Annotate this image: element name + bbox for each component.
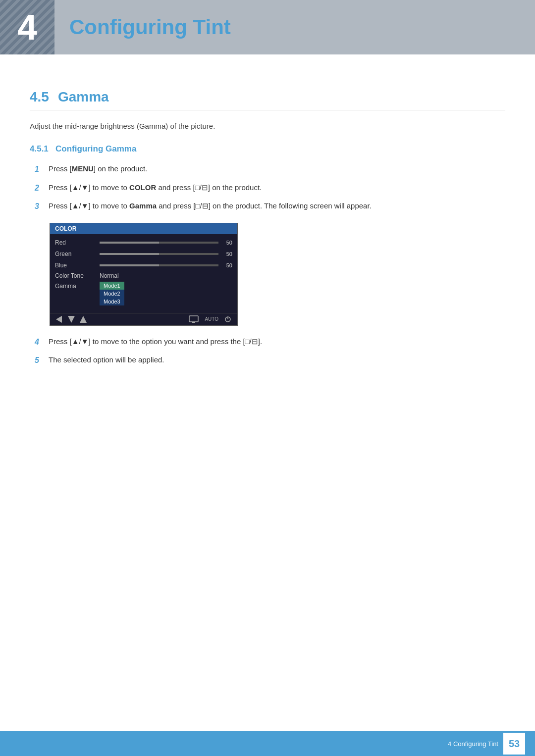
steps-list-2: 4 Press [▲/▼] to move to the option you … <box>35 336 505 367</box>
screen-toolbar: AUTO <box>50 313 237 325</box>
section-heading: 4.5 Gamma <box>30 89 505 110</box>
svg-rect-4 <box>192 322 195 323</box>
screen-row-blue: Blue 50 <box>55 261 232 270</box>
step-number-3: 3 <box>35 200 49 213</box>
screen-mockup-container: COLOR Red 50 Green <box>50 223 505 326</box>
toolbar-left <box>56 316 87 323</box>
toolbar-auto-label: AUTO <box>205 316 218 322</box>
screen-bar-fill-blue <box>100 264 159 266</box>
monitor-icon <box>189 315 199 323</box>
gamma-dropdown: Mode1 Mode2 Mode3 <box>100 282 124 305</box>
screen-header: COLOR <box>50 223 237 234</box>
screen-body: Red 50 Green 50 <box>50 234 237 310</box>
toolbar-up-arrow-icon <box>80 316 87 323</box>
step-2: 2 Press [▲/▼] to move to COLOR and press… <box>35 182 505 195</box>
screen-bar-green <box>100 253 222 255</box>
screen-header-label: COLOR <box>55 225 76 232</box>
step-text-1: Press [MENU] on the product. <box>49 163 505 175</box>
gamma-option-mode1: Mode1 <box>100 282 124 290</box>
main-content: 4.5 Gamma Adjust the mid-range brightnes… <box>0 54 535 422</box>
chapter-number: 4 <box>17 7 37 48</box>
screen-label-blue: Blue <box>55 262 100 269</box>
step-number-2: 2 <box>35 182 49 195</box>
section-description: Adjust the mid-range brightness (Gamma) … <box>30 120 505 132</box>
screen-row-green: Green 50 <box>55 250 232 258</box>
step-4: 4 Press [▲/▼] to move to the option you … <box>35 336 505 349</box>
step-number-4: 4 <box>35 336 49 349</box>
subsection-heading: 4.5.1 Configuring Gamma <box>30 144 505 154</box>
screen-bar-blue <box>100 264 222 266</box>
step-number-1: 1 <box>35 163 49 176</box>
gamma-option-mode2: Mode2 <box>100 290 124 298</box>
screen-label-red: Red <box>55 239 100 246</box>
step-text-3: Press [▲/▼] to move to Gamma and press [… <box>49 200 505 212</box>
screen-bar-fill-green <box>100 253 159 255</box>
toolbar-right: AUTO <box>189 315 231 323</box>
power-icon <box>224 316 231 323</box>
svg-rect-3 <box>189 316 198 322</box>
screen-bar-red <box>100 242 222 244</box>
chapter-number-box: 4 <box>0 0 54 54</box>
screen-label-colortone: Color Tone <box>55 272 100 279</box>
svg-marker-2 <box>80 316 87 323</box>
step-text-5: The selected option will be applied. <box>49 354 505 366</box>
header-banner: 4 Configuring Tint <box>0 0 535 54</box>
screen-value-red: 50 <box>222 240 232 246</box>
screen-bar-track-green <box>100 253 218 255</box>
svg-marker-1 <box>68 316 75 323</box>
step-text-4: Press [▲/▼] to move to the option you wa… <box>49 336 505 348</box>
screen-value-colortone: Normal <box>100 272 119 279</box>
footer-chapter-label: 4 Configuring Tint <box>448 740 498 748</box>
screen-row-colortone: Color Tone Normal <box>55 272 232 279</box>
screen-label-green: Green <box>55 251 100 257</box>
screen-mockup: COLOR Red 50 Green <box>50 223 238 326</box>
step-1: 1 Press [MENU] on the product. <box>35 163 505 176</box>
screen-bar-fill-red <box>100 242 159 244</box>
section-number: 4.5 <box>30 89 49 105</box>
step-5: 5 The selected option will be applied. <box>35 354 505 367</box>
footer: 4 Configuring Tint 53 <box>0 731 535 756</box>
screen-bar-track-red <box>100 242 218 244</box>
screen-row-red: Red 50 <box>55 238 232 247</box>
screen-value-blue: 50 <box>222 262 232 268</box>
section-title: Gamma <box>58 89 109 105</box>
screen-bar-track-blue <box>100 264 218 266</box>
header-title: Configuring Tint <box>69 15 231 39</box>
screen-label-gamma: Gamma <box>55 282 100 290</box>
steps-list: 1 Press [MENU] on the product. 2 Press [… <box>35 163 505 213</box>
screen-row-gamma: Gamma Mode1 Mode2 Mode3 <box>55 282 232 305</box>
gamma-option-mode3: Mode3 <box>100 298 124 305</box>
subsection-title: Configuring Gamma <box>55 144 136 153</box>
toolbar-left-arrow-icon <box>56 316 63 323</box>
screen-value-green: 50 <box>222 251 232 257</box>
footer-page-number: 53 <box>503 733 525 755</box>
subsection-number: 4.5.1 <box>30 144 49 153</box>
svg-marker-0 <box>56 316 62 323</box>
step-text-2: Press [▲/▼] to move to COLOR and press [… <box>49 182 505 194</box>
step-3: 3 Press [▲/▼] to move to Gamma and press… <box>35 200 505 213</box>
step-number-5: 5 <box>35 354 49 367</box>
toolbar-down-arrow-icon <box>68 316 75 323</box>
